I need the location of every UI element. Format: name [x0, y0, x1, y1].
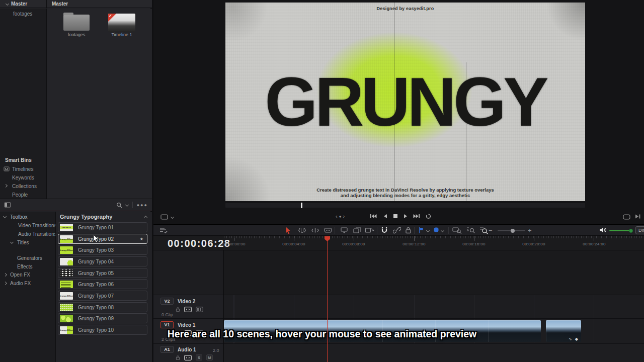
effect-item[interactable]: GRUNGY Grungy Typo 01 [58, 222, 147, 232]
goto-end-icon[interactable] [635, 214, 641, 219]
skip-to-end-button[interactable] [413, 213, 420, 219]
mute-button[interactable]: M [206, 354, 213, 360]
effect-item[interactable]: Grungy Typo 06 [58, 279, 147, 289]
zoom-slider[interactable] [498, 230, 525, 231]
bin-item-footages[interactable]: footages [13, 11, 32, 17]
skip-to-start-button[interactable] [370, 213, 377, 219]
smart-bin-timelines[interactable]: Timelines [12, 166, 33, 172]
zoom-detail-icon[interactable] [466, 227, 476, 234]
lock-icon[interactable] [176, 355, 180, 360]
track-chip-v1[interactable]: V1 [160, 321, 174, 328]
effect-item[interactable]: Grungy Typo 05 [58, 268, 147, 278]
auto-select-icon[interactable] [184, 307, 192, 312]
monitor-icon[interactable] [160, 214, 168, 220]
effect-item[interactable]: Grungy Effect Grungy Typo 10 [58, 325, 147, 335]
track-header-v2[interactable]: V2 Video 2 0 Clip [153, 295, 224, 318]
zoom-custom-icon[interactable] [479, 227, 489, 234]
tree-item-audio-fx[interactable]: Audio FX [10, 281, 31, 286]
tree-item-audio-transitions[interactable]: Audio Transitions [18, 231, 57, 237]
chevron-down-icon[interactable] [125, 203, 129, 207]
effect-item[interactable]: Grungy Effect Grungy Typo 07 [58, 291, 147, 301]
snap-magnet-icon[interactable] [381, 227, 388, 234]
sidebar-toggle-icon[interactable] [4, 202, 11, 208]
frame-icon[interactable] [196, 307, 203, 312]
timeline-ruler[interactable]: 00:00:00:00 00:00:04:00 00:00:08:00 00:0… [224, 236, 644, 250]
effect-item-selected[interactable]: Grungy Effect Grungy Typo 02 ★ [58, 234, 147, 244]
audio-channels: 2.0 [213, 348, 219, 353]
video-preview[interactable]: Designed by easyedit.pro GRUNGY Create d… [225, 3, 585, 201]
zoom-in-button[interactable]: + [528, 227, 532, 234]
zoom-out-button[interactable]: − [489, 227, 493, 234]
track-lane-a1[interactable] [224, 343, 644, 362]
more-options-icon[interactable]: ●●● [137, 203, 148, 208]
insert-clip-icon[interactable] [340, 227, 349, 234]
effect-thumbnail [60, 315, 73, 322]
bin-tree-header[interactable]: Master [0, 0, 46, 8]
smart-bin-keywords[interactable]: Keywords [12, 175, 34, 180]
tree-item-effects[interactable]: Effects [17, 264, 32, 269]
chevron-right-icon[interactable] [4, 282, 7, 285]
smart-bin-people[interactable]: People [12, 192, 28, 198]
chevron-down-icon[interactable] [6, 2, 9, 6]
razor-icon[interactable] [324, 227, 333, 234]
credit-text: Designed by easyedit.pro [225, 6, 585, 11]
viewer-playhead[interactable] [301, 203, 302, 208]
chevron-up-icon[interactable] [144, 216, 147, 219]
chevron-down-icon[interactable] [3, 215, 7, 218]
loop-button[interactable] [425, 213, 432, 219]
selection-tool-icon[interactable] [285, 227, 291, 234]
link-icon[interactable] [393, 227, 401, 234]
float-window-icon[interactable] [623, 214, 630, 220]
tree-item-toolbox[interactable]: Toolbox [10, 214, 27, 220]
marker-icon[interactable] [433, 227, 439, 233]
auto-select-icon[interactable] [184, 355, 192, 360]
chevron-right-icon[interactable] [4, 273, 7, 277]
effect-item[interactable]: Grungy Effect Grungy Typo 03 [58, 245, 147, 255]
chevron-down-icon[interactable] [10, 240, 14, 244]
effect-item[interactable]: Grungy Typo 04 [58, 256, 147, 266]
trim-edit-icon[interactable] [298, 227, 306, 234]
media-pool-panel: Master Master footages Smart Bins Timeli… [0, 0, 152, 362]
track-chip-a1[interactable]: A1 [160, 346, 174, 353]
timeline-options-icon[interactable] [159, 227, 168, 234]
curve-keyframe-icons[interactable]: ∿ ◆ [569, 337, 579, 341]
tree-item-video-transitions[interactable]: Video Transitions [18, 223, 57, 228]
replace-clip-icon[interactable] [365, 227, 374, 234]
effect-item[interactable]: Grungy Typo 08 [58, 302, 147, 312]
chevron-down-icon[interactable] [426, 229, 430, 232]
chevron-down-icon[interactable] [441, 229, 444, 232]
chevron-down-icon[interactable] [171, 215, 174, 219]
overwrite-clip-icon[interactable] [353, 227, 362, 234]
tree-item-open-fx[interactable]: Open FX [10, 272, 30, 278]
stop-button[interactable] [393, 213, 398, 219]
search-icon[interactable] [116, 202, 122, 208]
jog-control[interactable]: ‹ ● › [336, 213, 346, 219]
tree-item-titles[interactable]: Titles [17, 240, 29, 245]
solo-button[interactable]: S [196, 354, 202, 360]
favorite-star-icon[interactable]: ★ [140, 237, 143, 241]
folder-icon[interactable] [63, 15, 90, 31]
dim-button[interactable]: DIM [635, 226, 644, 234]
chevron-right-icon[interactable] [4, 184, 8, 188]
track-header-a1[interactable]: A1 Audio 1 2.0 S M [153, 343, 224, 362]
volume-slider-handle[interactable] [629, 229, 633, 233]
timeline-thumbnail[interactable]: ✓ [108, 14, 135, 32]
volume-slider[interactable] [609, 230, 632, 231]
volume-icon[interactable] [599, 227, 606, 233]
track-chip-v2[interactable]: V2 [160, 298, 174, 305]
flag-icon[interactable] [419, 227, 425, 234]
step-back-button[interactable] [382, 213, 387, 219]
tree-item-generators[interactable]: Generators [17, 255, 42, 261]
viewer-scrub-bar[interactable] [225, 203, 585, 208]
lock-icon[interactable] [176, 307, 180, 312]
zoom-slider-handle[interactable] [511, 229, 515, 233]
folder-label: footages [58, 32, 95, 37]
play-button[interactable] [404, 213, 409, 219]
track-lane-v2[interactable] [224, 295, 644, 318]
zoom-fit-icon[interactable] [452, 227, 462, 234]
effect-item[interactable]: Grungy Typo 09 [58, 313, 147, 323]
video-clip-2[interactable]: ∿ ◆ [546, 320, 581, 342]
lock-icon[interactable] [405, 227, 412, 234]
smart-bin-collections[interactable]: Collections [12, 184, 37, 189]
dynamic-trim-icon[interactable] [311, 227, 319, 234]
